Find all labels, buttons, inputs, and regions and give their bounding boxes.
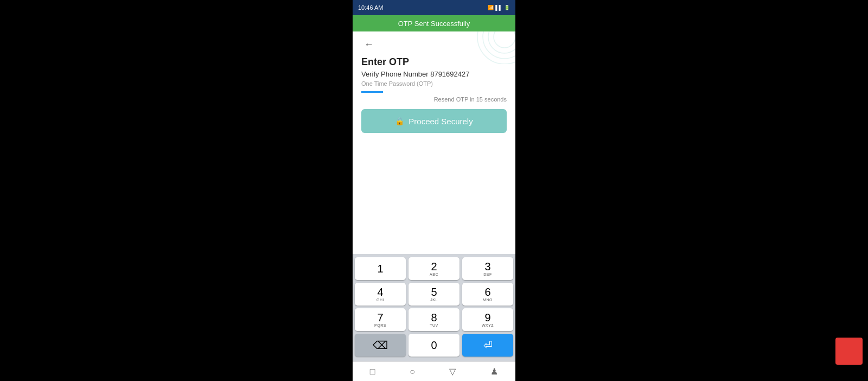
key-3[interactable]: 3 DEF — [462, 257, 513, 280]
keyboard-row-2: 4 GHI 5 JKL 6 MNO — [355, 283, 513, 306]
proceed-btn-label: Proceed Securely — [409, 117, 473, 126]
resend-otp-text: Resend OTP in 15 seconds — [353, 96, 515, 103]
key-enter[interactable]: ⏎ — [462, 334, 513, 357]
otp-input-underline — [361, 91, 383, 93]
back-button[interactable]: ← — [361, 37, 376, 52]
black-left — [0, 0, 353, 381]
content-spacer — [353, 142, 515, 254]
decorative-pattern — [450, 31, 515, 64]
key-4[interactable]: 4 GHI — [355, 283, 406, 306]
wifi-icon: 📶 — [488, 5, 494, 10]
nav-circle-icon[interactable]: ○ — [410, 367, 415, 377]
red-badge — [835, 338, 863, 365]
status-time: 10:46 AM — [358, 4, 383, 11]
svg-point-2 — [494, 31, 515, 48]
nav-square-icon[interactable]: □ — [370, 367, 375, 377]
signal-icon: ▌▌ — [495, 5, 502, 10]
notification-text: OTP Sent Successfully — [398, 20, 470, 28]
key-0[interactable]: 0 — [409, 334, 459, 357]
otp-label: One Time Password (OTP) — [361, 80, 507, 87]
key-9[interactable]: 9 WXYZ — [462, 308, 513, 331]
status-bar: 10:46 AM 📶 ▌▌ 🔋 — [353, 0, 515, 15]
back-arrow-icon: ← — [364, 39, 374, 50]
nav-triangle-icon[interactable]: ▽ — [449, 366, 456, 377]
key-backspace[interactable]: ⌫ — [355, 334, 406, 357]
numeric-keyboard: 1 2 ABC 3 DEF 4 GHI 5 — [353, 254, 515, 361]
proceed-securely-button[interactable]: 🔒 Proceed Securely — [361, 109, 507, 133]
key-2[interactable]: 2 ABC — [409, 257, 459, 280]
black-right — [515, 0, 868, 381]
key-6[interactable]: 6 MNO — [462, 283, 513, 306]
lock-icon: 🔒 — [395, 117, 404, 125]
notification-bar: OTP Sent Successfully — [353, 15, 515, 31]
verify-subtitle: Verify Phone Number 8791692427 — [361, 70, 507, 78]
key-1[interactable]: 1 — [355, 257, 406, 280]
nav-bar: □ ○ ▽ ♟ — [353, 361, 515, 381]
header-area: ← Enter OTP Verify Phone Number 87916924… — [353, 31, 515, 96]
svg-point-1 — [488, 31, 515, 53]
nav-accessibility-icon[interactable]: ♟ — [490, 366, 498, 377]
keyboard-row-3: 7 PQRS 8 TUV 9 WXYZ — [355, 308, 513, 331]
key-5[interactable]: 5 JKL — [409, 283, 459, 306]
status-icons: 📶 ▌▌ 🔋 — [488, 5, 510, 10]
app-content: ← Enter OTP Verify Phone Number 87916924… — [353, 31, 515, 381]
battery-icon: 🔋 — [504, 5, 510, 10]
key-8[interactable]: 8 TUV — [409, 308, 459, 331]
keyboard-row-4: ⌫ 0 ⏎ — [355, 334, 513, 357]
phone-frame: 10:46 AM 📶 ▌▌ 🔋 OTP Sent Successfully — [353, 0, 515, 381]
svg-point-0 — [483, 31, 515, 59]
keyboard-row-1: 1 2 ABC 3 DEF — [355, 257, 513, 280]
key-7[interactable]: 7 PQRS — [355, 308, 406, 331]
